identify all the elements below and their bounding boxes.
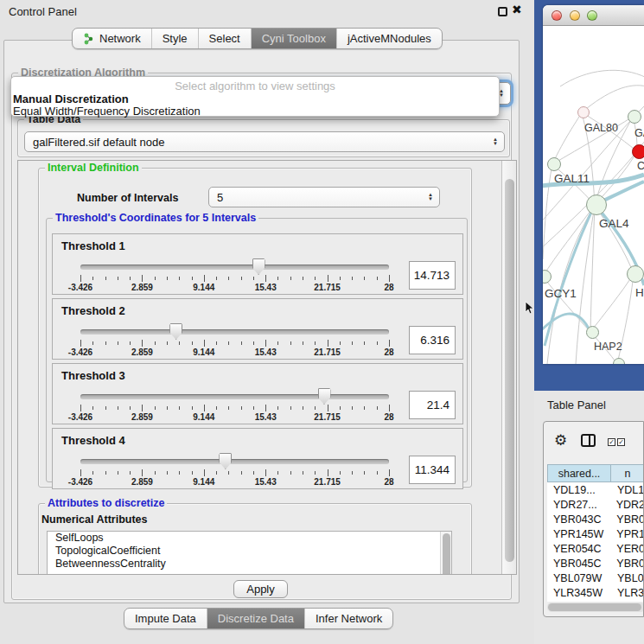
threshold-value-field[interactable]: 14.713 [409,261,456,290]
checkbox-icon[interactable]: ✓ [617,438,625,446]
checkbox-icon[interactable]: ✓ [608,438,615,446]
slider-tick-label: 15.43 [255,477,277,487]
table-horizontal-scrollbar[interactable] [547,603,644,612]
slider-tick-label: 2.859 [131,283,153,292]
node-label: GAL4 [599,217,629,230]
table-row[interactable]: YIL052CYIL0 [547,600,644,602]
cell-shared-name: YDL19... [547,484,613,496]
slider-track[interactable] [80,329,389,335]
threshold-value-field[interactable]: 11.344 [409,456,456,484]
cell-shared-name: YBR043C [547,513,612,526]
slider-tick-label: 15.43 [255,283,277,292]
attributes-scrollbar-thumb[interactable] [443,533,450,574]
threshold-slider[interactable]: -3.4262.8599.14415.4321.71528 [80,325,389,358]
network-view-window: GAL80GACGAL11GAL4GCY1HHAP2 [543,5,644,364]
slider-ticks [80,340,389,347]
cyni-bottom-tabbar: Impute Data Discretize Data Infer Networ… [124,608,393,629]
column-header-shared-name[interactable]: shared... [547,464,611,482]
slider-handle[interactable] [252,258,265,275]
network-node[interactable] [586,194,607,215]
slider-track[interactable] [80,394,389,399]
combo-arrows-icon: ▲▼ [428,193,433,201]
minimize-traffic-light[interactable] [570,10,580,21]
threshold-label: Threshold 2 [61,304,125,317]
cell-shared-name: YBR045C [547,558,612,570]
gear-icon[interactable]: ⚙ [554,431,567,450]
thresholds-group: Threshold's Coordinates for 5 Intervals … [46,218,468,482]
table-row[interactable]: YBL079WYBL0 [547,571,644,585]
numerical-attributes-listbox[interactable]: SelfLoopsTopologicalCoefficientBetweenne… [47,531,452,574]
table-row[interactable]: YLR345WYLR3 [547,585,644,600]
slider-tick-label: 28 [384,412,393,422]
tab-jactivemnodules-label: jActiveMNodules [348,32,431,45]
cell-name: YDR2 [612,499,644,511]
threshold-value-field[interactable]: 21.4 [409,391,456,419]
menu-item-equal-width-frequency[interactable]: Equal Width/Frequency Discretization [13,105,201,118]
table-row[interactable]: YBR045CYBR0 [547,556,644,571]
tab-style[interactable]: Style [152,29,199,48]
number-of-intervals-combobox[interactable]: 5 ▲▼ [208,187,440,207]
network-node[interactable] [547,157,561,171]
threshold-slider[interactable]: -3.4262.8599.14415.4321.71528 [80,260,389,293]
close-icon[interactable]: ✖ [512,3,522,16]
tab-cyni-toolbox[interactable]: Cyni Toolbox [252,29,337,48]
table-row[interactable]: YDL19...YDL1 [547,482,644,497]
table-row[interactable]: YPR145WYPR1 [547,526,644,541]
control-panel-window: Control Panel ✖ Network Style Select Cyn… [0,0,534,644]
node-label: C [637,160,644,172]
attribute-item[interactable]: TopologicalCoefficient [48,545,451,558]
node-label: H [635,286,644,299]
split-columns-icon[interactable] [581,434,596,447]
table-body[interactable]: YDL19...YDL1YDR27...YDR2YBR043CYBR0YPR14… [547,482,644,602]
menu-item-manual-discretization[interactable]: Manual Discretization [13,92,129,105]
slider-handle[interactable] [219,453,232,469]
attribute-item[interactable]: SelfLoops [48,532,451,545]
table-row[interactable]: YBR043CYBR0 [547,512,644,526]
zoom-traffic-light[interactable] [587,10,597,21]
slider-tick-label: 28 [384,348,393,357]
slider-track[interactable] [80,459,389,464]
threshold-label: Threshold 1 [61,239,125,252]
network-window-titlebar[interactable] [543,5,644,26]
tab-impute-data[interactable]: Impute Data [124,609,207,628]
column-header-name[interactable]: n [611,464,644,482]
slider-tick-label: 28 [384,477,393,487]
slider-handle[interactable] [169,323,182,340]
cell-name: YBR0 [612,513,644,526]
attribute-item[interactable]: BetweennessCentrality [48,558,451,571]
tab-jactivemnodules[interactable]: jActiveMNodules [337,29,442,48]
slider-handle[interactable] [318,388,331,405]
network-node[interactable] [632,144,644,159]
window-title: Control Panel [9,5,77,18]
apply-button[interactable]: Apply [233,580,288,598]
table-data-combobox[interactable]: galFiltered.sif default node ▲▼ [24,131,505,152]
cell-shared-name: YIL052C [547,602,613,603]
tab-infer-network[interactable]: Infer Network [305,609,392,628]
network-node[interactable] [628,110,641,124]
tab-network[interactable]: Network [73,29,152,48]
slider-track[interactable] [80,265,389,270]
settings-scrollbar-thumb[interactable] [505,179,514,562]
settings-vertical-scrollbar[interactable] [501,161,516,574]
attributes-group-title: Attributes to discretize [45,497,167,509]
threshold-slider[interactable]: -3.4262.8599.14415.4321.71528 [80,390,389,423]
network-canvas[interactable]: GAL80GACGAL11GAL4GCY1HHAP2 [543,26,644,364]
tab-discretize-data[interactable]: Discretize Data [207,609,305,628]
algorithm-prompt-item[interactable]: Select algorithm to view settings [11,80,499,92]
network-node[interactable] [586,326,599,339]
attributes-scrollbar[interactable] [440,532,451,574]
tab-select[interactable]: Select [199,29,252,48]
table-row[interactable]: YDR27...YDR2 [547,497,644,512]
threshold-panel: Threshold 3-3.4262.8599.14415.4321.71528… [52,363,463,424]
network-node[interactable] [577,106,590,118]
cell-name: YIL0 [613,602,640,603]
threshold-value-field[interactable]: 6.316 [409,326,456,354]
threshold-slider[interactable]: -3.4262.8599.14415.4321.71528 [80,455,389,488]
table-row[interactable]: YER054CYER0 [547,541,644,556]
close-traffic-light[interactable] [552,10,562,21]
network-node[interactable] [613,358,625,364]
network-node[interactable] [627,265,644,283]
threshold-panel: Threshold 2-3.4262.8599.14415.4321.71528… [52,298,463,360]
float-window-icon[interactable] [498,7,507,16]
table-hscrollbar-thumb[interactable] [548,603,641,611]
